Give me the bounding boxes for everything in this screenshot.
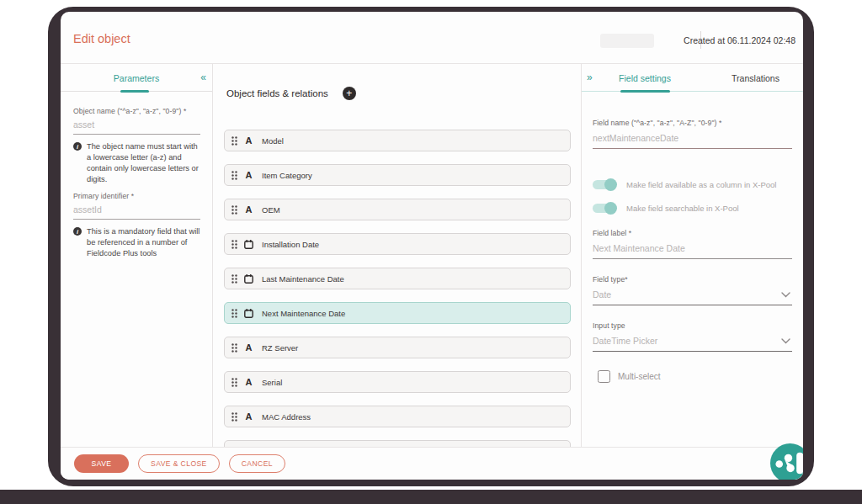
- multi-select-label: Multi-select: [618, 372, 661, 381]
- fields-column-title: Object fields & relations: [226, 88, 328, 98]
- text-type-icon: A: [243, 342, 254, 353]
- drag-handle-icon[interactable]: [231, 309, 237, 318]
- fields-column-header: Object fields & relations +: [213, 64, 581, 100]
- info-text: This is a mandatory field that will be r…: [87, 226, 200, 259]
- tab-indicator: [620, 90, 670, 93]
- save-button[interactable]: SAVE: [74, 454, 129, 473]
- info-icon: i: [73, 227, 82, 236]
- drag-handle-icon[interactable]: [231, 343, 237, 353]
- drag-handle-icon[interactable]: [231, 205, 237, 215]
- app-window: Edit object Created at 06.11.2024 02:48 …: [61, 12, 803, 480]
- field-item-label: Serial: [262, 378, 282, 387]
- tab-translations[interactable]: Translations: [708, 64, 803, 91]
- created-at-text: Created at 06.11.2024 02:48: [684, 35, 795, 45]
- calendar-icon: [244, 240, 253, 249]
- field-item-label: Installation Date: [262, 240, 319, 249]
- tab-parameters[interactable]: Parameters: [61, 73, 212, 83]
- primary-identifier-label: Primary identifier *: [73, 192, 200, 200]
- primary-identifier-info: i This is a mandatory field that will be…: [73, 226, 200, 259]
- fields-list: A Model A Item Category A OEM Installati…: [224, 130, 571, 447]
- toggle-knob: [604, 202, 617, 215]
- drag-handle-icon[interactable]: [231, 378, 237, 387]
- field-item-lpr-software-version[interactable]: A LPR Software Version: [224, 440, 571, 447]
- text-type-icon: A: [243, 170, 254, 180]
- parameters-panel: Parameters « Object name ("^a-z", "a-z",…: [61, 64, 213, 447]
- calendar-icon: [244, 309, 253, 318]
- collapse-panel-icon[interactable]: «: [200, 72, 206, 83]
- page-title: Edit object: [73, 32, 130, 45]
- input-type-value: DateTime Picker: [593, 336, 657, 346]
- field-item-mac-address[interactable]: A MAC Address: [224, 406, 571, 427]
- drag-handle-icon[interactable]: [231, 171, 237, 180]
- input-type-label: Input type: [593, 321, 792, 330]
- drag-handle-icon[interactable]: [231, 274, 237, 284]
- toggle-label: Make field available as a column in X-Po…: [626, 180, 776, 189]
- settings-tab-bar: » Field settings Translations: [582, 64, 803, 92]
- tab-field-settings[interactable]: Field settings: [582, 64, 708, 91]
- multi-select-row: Multi-select: [598, 370, 792, 383]
- text-type-icon: A: [243, 377, 254, 387]
- device-base: [0, 490, 862, 504]
- toggle-row-xpool-search: Make field searchable in X-Pool: [593, 204, 792, 213]
- object-name-info: i The object name must start with a lowe…: [73, 141, 200, 185]
- parameters-tab-bar: Parameters «: [61, 64, 212, 92]
- multi-select-checkbox[interactable]: [598, 370, 610, 383]
- input-type-select[interactable]: DateTime Picker: [593, 336, 792, 352]
- field-item-rz-server[interactable]: A RZ Server: [224, 337, 571, 358]
- field-item-label: Last Maintenance Date: [262, 274, 344, 284]
- info-text: The object name must start with a lowerc…: [87, 141, 200, 185]
- chevron-down-icon: [781, 292, 790, 298]
- drag-handle-icon[interactable]: [231, 240, 237, 249]
- field-item-model[interactable]: A Model: [224, 130, 571, 151]
- field-item-label: MAC Address: [262, 412, 311, 422]
- field-item-label: Model: [262, 136, 284, 146]
- field-item-next-maintenance-date-selected[interactable]: Next Maintenance Date: [224, 302, 571, 324]
- app-header: Edit object Created at 06.11.2024 02:48: [61, 12, 803, 64]
- field-item-serial[interactable]: A Serial: [224, 371, 571, 393]
- info-icon: i: [73, 142, 82, 151]
- object-name-label: Object name ("^a-z", "a-z", "0-9") *: [73, 107, 200, 115]
- expand-panel-icon[interactable]: »: [587, 72, 593, 83]
- drag-handle-icon[interactable]: [231, 412, 237, 422]
- save-and-close-button[interactable]: SAVE & CLOSE: [138, 454, 220, 473]
- field-name-label: Field name ("^a-z", "a-z", "A-Z", "0-9")…: [593, 119, 792, 127]
- field-item-label: Next Maintenance Date: [262, 309, 345, 318]
- field-name-input[interactable]: nextMaintenanceDate: [593, 133, 792, 149]
- object-fields-column: Object fields & relations + A Model A It…: [213, 64, 582, 447]
- text-type-icon: A: [243, 204, 254, 215]
- drag-handle-icon[interactable]: [231, 136, 237, 146]
- text-type-icon: A: [243, 411, 254, 422]
- xpool-column-toggle[interactable]: [593, 180, 615, 189]
- field-item-oem[interactable]: A OEM: [224, 199, 571, 220]
- object-name-input[interactable]: asset: [73, 119, 200, 135]
- xpool-search-toggle[interactable]: [593, 204, 615, 213]
- field-type-label: Field type*: [593, 275, 792, 284]
- field-type-select[interactable]: Date: [593, 289, 792, 305]
- cancel-button[interactable]: CANCEL: [229, 454, 285, 473]
- field-label-input[interactable]: Next Maintenance Date: [593, 243, 792, 259]
- field-item-item-category[interactable]: A Item Category: [224, 164, 571, 186]
- header-placeholder-chip: [600, 34, 654, 48]
- field-item-label: OEM: [262, 205, 280, 215]
- tab-indicator: [120, 90, 149, 93]
- field-type-value: Date: [593, 289, 611, 300]
- toggle-label: Make field searchable in X-Pool: [626, 204, 739, 213]
- add-field-button[interactable]: +: [343, 87, 356, 100]
- primary-identifier-input[interactable]: assetId: [73, 204, 200, 220]
- chevron-down-icon: [781, 338, 790, 344]
- text-type-icon: A: [243, 135, 254, 146]
- toggle-knob: [604, 178, 617, 191]
- fieldcode-logo: [770, 443, 803, 480]
- toggle-row-xpool-column: Make field available as a column in X-Po…: [593, 180, 792, 189]
- field-item-last-maintenance-date[interactable]: Last Maintenance Date: [224, 268, 571, 289]
- calendar-icon: [244, 274, 253, 284]
- field-item-label: Item Category: [262, 171, 312, 180]
- field-settings-panel: » Field settings Translations Field name…: [582, 64, 803, 447]
- field-item-label: RZ Server: [262, 343, 298, 353]
- footer-bar: SAVE SAVE & CLOSE CANCEL: [61, 447, 803, 480]
- field-label-label: Field label *: [593, 229, 792, 237]
- field-item-installation-date[interactable]: Installation Date: [224, 233, 571, 255]
